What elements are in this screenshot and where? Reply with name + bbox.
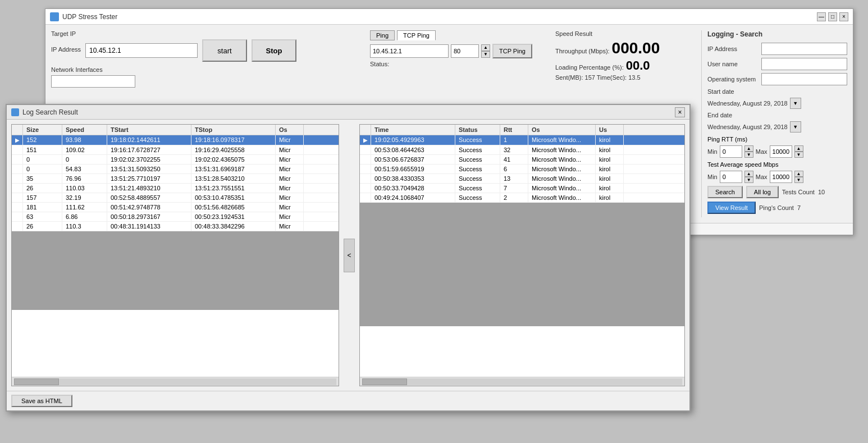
dialog-close-button[interactable]: ×: [675, 107, 685, 117]
avg-max-spinner: ▲ ▼: [794, 171, 803, 183]
rtt-max-spinner: ▲ ▼: [794, 145, 803, 158]
network-interface-input[interactable]: [51, 75, 135, 88]
right-scrollbar-h[interactable]: [360, 377, 684, 386]
end-date-picker-button[interactable]: ▼: [790, 121, 801, 133]
stop-button[interactable]: Stop: [252, 39, 296, 62]
tcp-ping-button[interactable]: TCP Ping: [492, 44, 532, 58]
right-table-row[interactable]: ▶ 19:02:05.4929963 Success 1 Microsoft W…: [360, 135, 684, 145]
row-arrow-indicator: [12, 165, 23, 173]
close-button[interactable]: ×: [839, 12, 848, 21]
rtt-max-up[interactable]: ▲: [794, 145, 803, 152]
row-arrow-indicator: [12, 222, 23, 231]
cell-os: Micr: [276, 222, 304, 231]
dialog-titlebar: Log Search Result ×: [7, 105, 689, 120]
cell-speed: 110.03: [62, 184, 107, 193]
rtt-min-label: Min: [707, 148, 718, 155]
os-input[interactable]: [761, 73, 847, 85]
left-table-row[interactable]: 26 110.03 13:51:21.4893210 13:51:23.7551…: [12, 184, 339, 193]
tcp-ping-tab[interactable]: TCP Ping: [397, 30, 436, 40]
right-table-row[interactable]: 00:53:08.4644263 Success 32 Microsoft Wi…: [360, 145, 684, 155]
username-input[interactable]: [761, 58, 847, 70]
enddate-form-row: End date: [707, 112, 847, 118]
row-arrow-indicator: [12, 155, 23, 164]
rtt-min-up[interactable]: ▲: [744, 145, 753, 152]
avg-max-down[interactable]: ▼: [794, 177, 803, 183]
cell-speed: 32.19: [62, 193, 107, 202]
ping-ip-input[interactable]: [370, 44, 449, 58]
right-table-body[interactable]: ▶ 19:02:05.4929963 Success 1 Microsoft W…: [360, 135, 684, 377]
right-table-row[interactable]: 00:51:59.6655919 Success 6 Microsoft Win…: [360, 165, 684, 174]
left-table-row[interactable]: 0 0 19:02:02.3702255 19:02:02.4365075 Mi…: [12, 155, 339, 165]
left-table-row[interactable]: 181 111.62 00:51:42.9748778 00:51:56.482…: [12, 203, 339, 212]
cell-user: kirol: [596, 145, 624, 154]
cell-speed: 93.98: [62, 135, 107, 145]
log-ip-input[interactable]: [761, 43, 847, 55]
right-scrollbar-track[interactable]: [362, 378, 682, 385]
search-button[interactable]: Search: [707, 186, 743, 198]
cell-size: 152: [23, 135, 62, 145]
cell-user: kirol: [596, 193, 624, 202]
avg-max-input[interactable]: [770, 171, 792, 183]
rtt-min-input[interactable]: [720, 145, 742, 158]
left-table-row[interactable]: 0 54.83 13:51:31.5093250 13:51:31.696918…: [12, 165, 339, 174]
ping-port-input[interactable]: [451, 44, 479, 58]
left-scrollbar-thumb[interactable]: [14, 378, 59, 385]
cell-tstart: 00:51:42.9748778: [107, 203, 191, 212]
right-table-row[interactable]: 00:50:33.7049428 Success 7 Microsoft Win…: [360, 184, 684, 193]
cell-os: Micr: [276, 155, 304, 164]
avg-max-up[interactable]: ▲: [794, 171, 803, 177]
rtt-max-input[interactable]: [770, 145, 792, 158]
avg-min-down[interactable]: ▼: [744, 177, 753, 183]
left-th-speed: Speed: [62, 125, 107, 135]
right-table-row[interactable]: 00:49:24.1068407 Success 2 Microsoft Win…: [360, 193, 684, 203]
left-table-header: Size Speed TStart TStop Os: [12, 125, 339, 135]
main-window-title: UDP Stress Tester: [62, 13, 117, 21]
left-table-row[interactable]: 35 76.96 13:51:25.7710197 13:51:28.54032…: [12, 174, 339, 184]
right-th-status: Status: [455, 125, 500, 135]
port-spin-up[interactable]: ▲: [481, 44, 490, 51]
left-scrollbar-h[interactable]: [12, 377, 339, 386]
loading-row: Loading Percentage (%): 00.0: [555, 58, 696, 73]
save-html-button[interactable]: Save as HTML: [11, 395, 72, 407]
cell-time: 00:53:06.6726837: [371, 155, 455, 164]
left-table-row[interactable]: 151 109.02 19:16:17.6728727 19:16:29.402…: [12, 145, 339, 155]
left-table-row[interactable]: 63 6.86 00:50:18.2973167 00:50:23.192453…: [12, 212, 339, 222]
time-value: 13.5: [628, 74, 640, 81]
start-date-picker-button[interactable]: ▼: [790, 98, 801, 109]
alllog-button[interactable]: All log: [746, 186, 779, 198]
cell-rtt: 2: [500, 193, 528, 202]
maximize-button[interactable]: □: [828, 12, 837, 21]
ping-tab[interactable]: Ping: [370, 30, 395, 40]
left-table-row[interactable]: 157 32.19 00:52:58.4889557 00:53:10.4785…: [12, 193, 339, 203]
right-th-arrow: [360, 125, 371, 135]
enddate-label: End date: [707, 112, 758, 118]
start-button[interactable]: start: [202, 39, 247, 62]
right-table-row[interactable]: 00:53:06.6726837 Success 41 Microsoft Wi…: [360, 155, 684, 165]
row-arrow-indicator: [360, 193, 371, 202]
ip-address-input[interactable]: [85, 43, 198, 58]
avg-min-up[interactable]: ▲: [744, 171, 753, 177]
cell-tstop: 19:18:16.0978317: [191, 135, 276, 145]
cell-os: Micr: [276, 212, 304, 221]
minimize-button[interactable]: —: [817, 12, 826, 21]
viewresult-action-row: View Result Ping's Count 7: [707, 202, 847, 214]
loading-label: Loading Percentage (%):: [555, 64, 624, 71]
left-table-row[interactable]: ▶ 152 93.98 19:18:02.1442611 19:18:16.09…: [12, 135, 339, 145]
avg-min-input[interactable]: [720, 171, 742, 183]
cell-size: 157: [23, 193, 62, 202]
left-scrollbar-track[interactable]: [14, 378, 336, 385]
right-scrollbar-thumb[interactable]: [362, 378, 407, 385]
port-spin-down[interactable]: ▼: [481, 51, 490, 58]
rtt-max-down[interactable]: ▼: [794, 152, 803, 158]
dialog-title-text: Log Search Result: [22, 108, 78, 116]
cell-tstart: 13:51:21.4893210: [107, 184, 191, 193]
view-result-button[interactable]: View Result: [707, 202, 756, 214]
row-arrow-indicator: [360, 165, 371, 173]
ping-rtt-label: Ping RTT (ms): [707, 136, 747, 143]
left-table-row[interactable]: 26 110.3 00:48:31.1914133 00:48:33.38422…: [12, 222, 339, 231]
right-table-row[interactable]: 00:50:38.4330353 Success 13 Microsoft Wi…: [360, 174, 684, 184]
collapse-button[interactable]: <: [344, 239, 355, 272]
rtt-min-down[interactable]: ▼: [744, 152, 753, 158]
cell-speed: 0: [62, 155, 107, 164]
left-table-body[interactable]: ▶ 152 93.98 19:18:02.1442611 19:18:16.09…: [12, 135, 339, 377]
